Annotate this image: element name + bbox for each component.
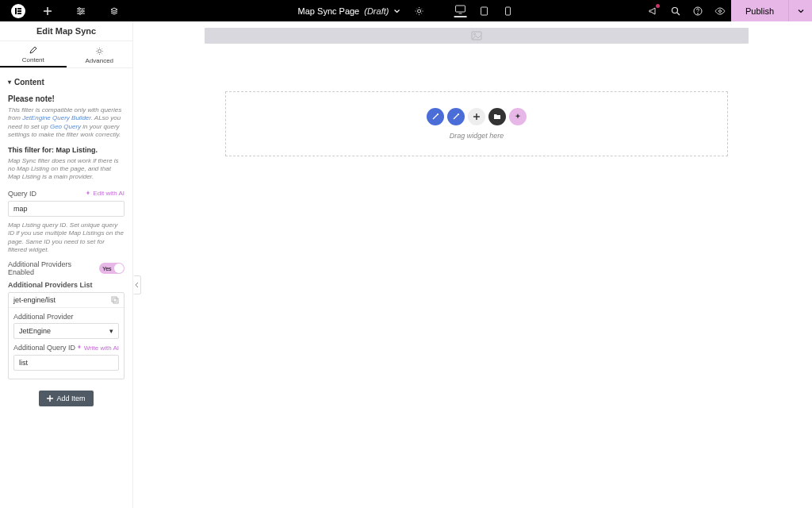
svg-point-33: [458, 114, 459, 115]
dropzone-hint: Drag widget here: [450, 132, 504, 140]
device-tablet[interactable]: [477, 5, 490, 17]
link-geo-query[interactable]: Geo Query: [50, 123, 81, 130]
tab-advanced[interactable]: Advanced: [67, 41, 133, 67]
canvas-placeholder-header[interactable]: [205, 28, 749, 44]
sidebar-title: Edit Map Sync: [0, 21, 132, 41]
gear-icon: [95, 47, 104, 56]
dropzone-add[interactable]: [468, 108, 485, 125]
svg-point-9: [82, 10, 84, 12]
svg-point-18: [672, 7, 677, 13]
svg-rect-0: [15, 8, 17, 14]
svg-marker-12: [111, 8, 117, 11]
pencil-icon: [29, 46, 37, 55]
responsive-devices: [454, 5, 514, 17]
repeater-item: jet-engine/list Additional Provider JetE…: [8, 292, 124, 379]
caret-down-icon: ▾: [8, 79, 11, 86]
dropzone-ai[interactable]: [509, 108, 527, 125]
image-placeholder-icon: [471, 31, 482, 40]
svg-point-11: [79, 12, 82, 14]
device-mobile[interactable]: [501, 5, 514, 17]
svg-point-21: [698, 13, 699, 13]
preview-icon[interactable]: [709, 0, 731, 21]
dropzone-wand-1[interactable]: [427, 108, 444, 125]
svg-point-7: [79, 7, 81, 10]
svg-line-19: [677, 13, 680, 15]
sidebar-tabs: Content Advanced: [0, 41, 132, 68]
dropzone-buttons: [427, 108, 527, 125]
additional-provider-select[interactable]: JetEngine ▾: [13, 323, 119, 339]
help-icon[interactable]: [687, 0, 709, 21]
whats-new-icon[interactable]: [642, 0, 665, 21]
settings-sliders-icon[interactable]: [70, 0, 92, 21]
additional-providers-enabled-label: Additional Providers Enabled: [8, 260, 99, 276]
publish-button[interactable]: Publish: [731, 0, 788, 21]
svg-line-32: [454, 114, 458, 119]
topbar-right: Publish: [642, 0, 812, 21]
tab-content[interactable]: Content: [0, 41, 67, 67]
topbar-center: Map Sync Page (Draft): [298, 0, 515, 21]
toggle-knob: [114, 264, 124, 273]
top-bar: Map Sync Page (Draft): [0, 0, 812, 21]
widget-dropzone[interactable]: Drag widget here: [225, 91, 728, 156]
query-id-input[interactable]: [8, 201, 124, 217]
dropzone-folder[interactable]: [488, 108, 506, 125]
svg-line-30: [433, 114, 438, 119]
additional-providers-list-label: Additional Providers List: [8, 281, 124, 289]
additional-provider-label: Additional Provider: [13, 313, 119, 321]
link-query-builder[interactable]: JetEngine Query Builder: [22, 114, 90, 121]
repeater-header[interactable]: jet-engine/list: [9, 293, 124, 308]
write-with-ai-link[interactable]: Write with AI: [76, 344, 119, 352]
panel-body: ▾ Content Please note! This filter is co…: [0, 68, 132, 422]
svg-rect-16: [481, 7, 487, 15]
svg-rect-3: [17, 13, 21, 14]
chevron-left-icon: [135, 282, 140, 288]
please-note-heading: Please note!: [8, 94, 124, 103]
elementor-logo[interactable]: [11, 4, 25, 18]
svg-rect-1: [17, 8, 21, 10]
publish-options[interactable]: [788, 0, 812, 21]
sidebar-collapse-handle[interactable]: [134, 275, 141, 294]
page-title-group[interactable]: Map Sync Page (Draft): [298, 6, 400, 16]
svg-rect-24: [112, 297, 117, 302]
notification-dot: [656, 4, 660, 8]
publish-group: Publish: [731, 0, 812, 21]
additional-query-id-label: Additional Query ID: [13, 344, 75, 352]
svg-point-29: [474, 33, 476, 35]
svg-point-23: [98, 50, 101, 53]
page-settings-icon[interactable]: [408, 0, 430, 21]
additional-providers-toggle[interactable]: Yes: [99, 263, 124, 274]
query-id-help: Map Listing query ID. Set unique query I…: [8, 221, 124, 255]
svg-point-31: [438, 114, 439, 115]
dropzone-wand-2[interactable]: [447, 108, 465, 125]
duplicate-item-icon[interactable]: [111, 296, 119, 304]
topbar-left: [0, 0, 125, 21]
edit-with-ai-link[interactable]: Edit with AI: [85, 190, 124, 197]
query-id-label: Query ID: [8, 190, 36, 198]
additional-query-id-input[interactable]: [13, 355, 119, 371]
select-caret-icon: ▾: [109, 327, 113, 335]
filter-note: Map Sync filter does not work if there i…: [8, 157, 124, 182]
page-status: (Draft): [364, 6, 389, 16]
svg-rect-2: [17, 10, 21, 12]
finder-search-icon[interactable]: [665, 0, 687, 21]
svg-rect-14: [455, 6, 465, 12]
filter-for-heading: This filter for: Map Listing.: [8, 146, 124, 154]
chevron-down-icon: [393, 8, 400, 14]
sidebar-panel: Edit Map Sync Content Advanced ▾ Content…: [0, 21, 133, 508]
section-content-toggle[interactable]: ▾ Content: [8, 78, 124, 87]
device-desktop[interactable]: [454, 5, 466, 17]
editor-canvas[interactable]: Drag widget here: [141, 21, 812, 508]
svg-rect-25: [113, 298, 118, 303]
sparkle-icon: [85, 190, 91, 197]
add-element-button[interactable]: [36, 0, 59, 21]
page-title: Map Sync Page: [298, 6, 360, 16]
svg-rect-17: [505, 7, 510, 15]
svg-point-13: [417, 10, 420, 13]
compat-help-text: This filter is compatible only with quer…: [8, 106, 124, 140]
sidebar-collapse-area: [133, 21, 141, 508]
plus-icon: [47, 395, 53, 402]
add-item-button[interactable]: Add Item: [39, 391, 93, 406]
sparkle-icon: [76, 344, 82, 351]
structure-icon[interactable]: [103, 0, 125, 21]
svg-point-22: [718, 10, 721, 12]
